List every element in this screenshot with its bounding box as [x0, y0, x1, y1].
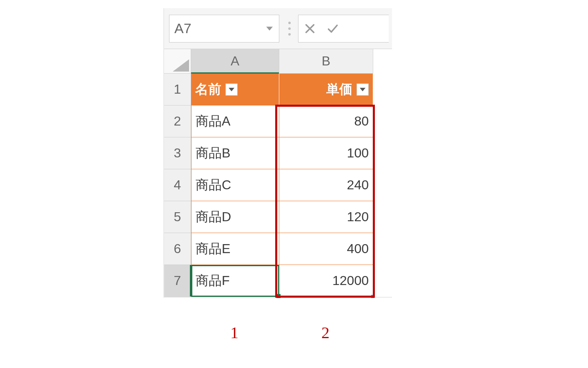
formula-bar-buttons — [298, 15, 389, 43]
formula-bar-grip — [288, 22, 291, 36]
cell-A4[interactable]: 商品C — [191, 169, 279, 201]
table-header-price-label: 単価 — [326, 81, 352, 99]
cell-B5[interactable]: 120 — [279, 201, 373, 233]
select-all-button[interactable] — [164, 49, 191, 74]
cell-A3[interactable]: 商品B — [191, 137, 279, 169]
row-header-2[interactable]: 2 — [164, 105, 191, 137]
cell-A5[interactable]: 商品D — [191, 201, 279, 233]
cell-B7[interactable]: 12000 — [279, 265, 373, 297]
cell-B2[interactable]: 80 — [279, 105, 373, 137]
row-header-6[interactable]: 6 — [164, 233, 191, 265]
filter-dropdown-icon[interactable] — [356, 83, 369, 96]
column-header-B[interactable]: B — [279, 49, 373, 74]
table-header-price[interactable]: 単価 — [279, 74, 373, 105]
filter-dropdown-icon[interactable] — [225, 83, 238, 96]
chevron-down-icon[interactable] — [260, 25, 279, 32]
formula-bar: A7 — [164, 8, 392, 49]
column-header-A[interactable]: A — [191, 49, 279, 74]
cell-B3[interactable]: 100 — [279, 137, 373, 169]
name-box-value: A7 — [169, 20, 260, 36]
spreadsheet-grid[interactable]: A B 1 名前 単価 — [164, 49, 392, 297]
cell-A6[interactable]: 商品E — [191, 233, 279, 265]
cancel-formula-button[interactable] — [298, 15, 321, 43]
cell-A2[interactable]: 商品A — [191, 105, 279, 137]
annotation-number-2: 2 — [278, 323, 372, 342]
cell-B6[interactable]: 400 — [279, 233, 373, 265]
cell-B4[interactable]: 240 — [279, 169, 373, 201]
row-header-7[interactable]: 7 — [164, 265, 191, 297]
annotation-number-1: 1 — [190, 323, 278, 342]
row-header-5[interactable]: 5 — [164, 201, 191, 233]
row-header-1[interactable]: 1 — [164, 74, 191, 105]
cell-A7[interactable]: 商品F — [191, 265, 279, 297]
name-box[interactable]: A7 — [169, 15, 279, 43]
row-header-4[interactable]: 4 — [164, 169, 191, 201]
table-header-name[interactable]: 名前 — [191, 74, 279, 105]
row-header-3[interactable]: 3 — [164, 137, 191, 169]
enter-formula-button[interactable] — [321, 15, 344, 43]
table-header-name-label: 名前 — [195, 81, 221, 99]
